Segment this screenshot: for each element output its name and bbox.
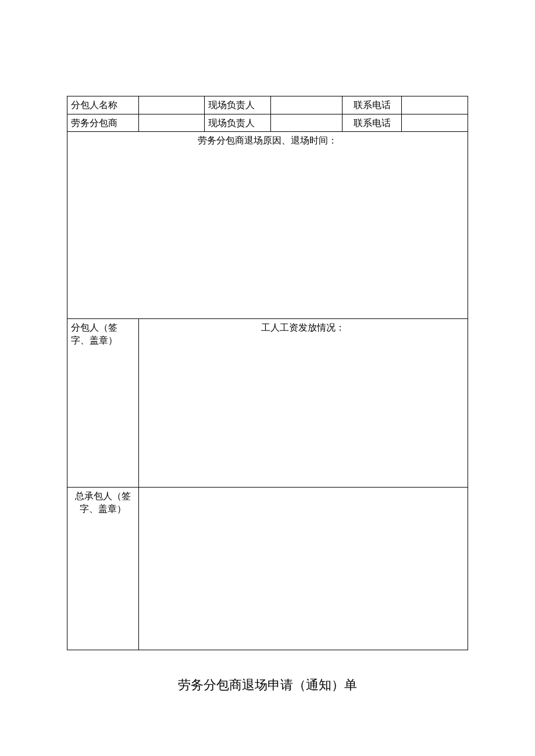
form-table: 分包人名称 现场负责人 联系电话 劳务分包商 现场负责人 联系电话 劳务分包商退… xyxy=(67,96,468,650)
label-labor-subcontractor: 劳务分包商 xyxy=(67,114,139,132)
label-site-manager-2: 现场负责人 xyxy=(205,114,271,132)
label-phone-2: 联系电话 xyxy=(342,114,401,132)
cell-wage-status: 工人工资发放情况： xyxy=(138,319,468,488)
value-site-manager-1 xyxy=(271,96,343,114)
cell-exit-reason: 劳务分包商退场原因、退场时间： xyxy=(67,132,468,319)
value-labor-subcontractor xyxy=(138,114,205,132)
row-subcontractor-name: 分包人名称 现场负责人 联系电话 xyxy=(67,96,468,114)
value-phone-2 xyxy=(402,114,468,132)
row-general-contractor: 总承包人（签字、盖章） xyxy=(67,488,468,650)
label-site-manager-1: 现场负责人 xyxy=(205,96,271,114)
label-phone-1: 联系电话 xyxy=(342,96,401,114)
value-phone-1 xyxy=(402,96,468,114)
value-site-manager-2 xyxy=(271,114,343,132)
label-subcontractor-name: 分包人名称 xyxy=(67,96,139,114)
cell-general-contractor xyxy=(138,488,468,650)
value-subcontractor-name xyxy=(138,96,205,114)
label-general-contractor-sign: 总承包人（签字、盖章） xyxy=(67,488,139,650)
heading-wage-status: 工人工资发放情况： xyxy=(142,321,464,334)
heading-exit-reason: 劳务分包商退场原因、退场时间： xyxy=(71,134,464,147)
row-exit-reason: 劳务分包商退场原因、退场时间： xyxy=(67,132,468,319)
footer-title: 劳务分包商退场申请（通知）单 xyxy=(67,676,468,694)
row-labor-subcontractor: 劳务分包商 现场负责人 联系电话 xyxy=(67,114,468,132)
label-subcontractor-sign: 分包人（签字、盖章） xyxy=(67,319,139,488)
row-wage-status: 分包人（签字、盖章） 工人工资发放情况： xyxy=(67,319,468,488)
